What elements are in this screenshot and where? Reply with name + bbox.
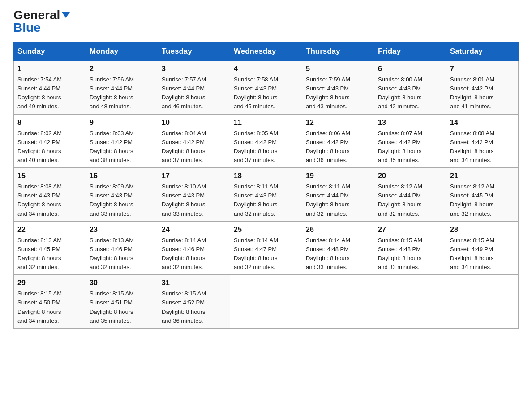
day-info: Sunrise: 8:11 AMSunset: 4:44 PMDaylight:… bbox=[306, 182, 370, 218]
day-info: Sunrise: 8:04 AMSunset: 4:42 PMDaylight:… bbox=[162, 129, 226, 165]
day-info: Sunrise: 8:13 AMSunset: 4:46 PMDaylight:… bbox=[90, 236, 154, 272]
calendar-cell: 26Sunrise: 8:14 AMSunset: 4:48 PMDayligh… bbox=[302, 221, 374, 275]
day-info: Sunrise: 8:11 AMSunset: 4:43 PMDaylight:… bbox=[234, 182, 298, 218]
calendar-cell: 6Sunrise: 8:00 AMSunset: 4:43 PMDaylight… bbox=[374, 61, 446, 115]
day-number: 22 bbox=[17, 224, 82, 235]
calendar-cell: 30Sunrise: 8:15 AMSunset: 4:51 PMDayligh… bbox=[86, 275, 158, 329]
day-info: Sunrise: 8:15 AMSunset: 4:48 PMDaylight:… bbox=[378, 236, 442, 272]
day-info: Sunrise: 7:58 AMSunset: 4:43 PMDaylight:… bbox=[234, 75, 298, 111]
day-number: 17 bbox=[162, 171, 226, 181]
day-number: 6 bbox=[378, 64, 442, 74]
calendar-cell: 4Sunrise: 7:58 AMSunset: 4:43 PMDaylight… bbox=[230, 61, 302, 115]
calendar-cell bbox=[230, 275, 302, 329]
day-number: 2 bbox=[90, 64, 154, 74]
day-info: Sunrise: 8:08 AMSunset: 4:42 PMDaylight:… bbox=[450, 129, 515, 165]
calendar-cell: 9Sunrise: 8:03 AMSunset: 4:42 PMDaylight… bbox=[86, 114, 158, 168]
day-number: 28 bbox=[450, 224, 515, 235]
calendar-cell bbox=[374, 275, 446, 329]
calendar-cell: 13Sunrise: 8:07 AMSunset: 4:42 PMDayligh… bbox=[374, 114, 446, 168]
calendar-cell: 22Sunrise: 8:13 AMSunset: 4:45 PMDayligh… bbox=[14, 221, 86, 275]
day-info: Sunrise: 7:59 AMSunset: 4:43 PMDaylight:… bbox=[306, 75, 370, 111]
calendar-cell: 3Sunrise: 7:57 AMSunset: 4:44 PMDaylight… bbox=[158, 61, 230, 115]
day-info: Sunrise: 8:01 AMSunset: 4:42 PMDaylight:… bbox=[450, 75, 515, 111]
day-info: Sunrise: 8:06 AMSunset: 4:42 PMDaylight:… bbox=[306, 129, 370, 165]
col-header-monday: Monday bbox=[86, 43, 158, 61]
day-number: 9 bbox=[90, 117, 154, 128]
day-info: Sunrise: 8:15 AMSunset: 4:50 PMDaylight:… bbox=[17, 289, 82, 325]
calendar-cell: 20Sunrise: 8:12 AMSunset: 4:44 PMDayligh… bbox=[374, 168, 446, 222]
calendar-cell: 7Sunrise: 8:01 AMSunset: 4:42 PMDaylight… bbox=[446, 61, 519, 115]
logo-arrow-icon bbox=[62, 12, 70, 18]
day-info: Sunrise: 8:15 AMSunset: 4:52 PMDaylight:… bbox=[162, 289, 226, 325]
calendar-cell: 24Sunrise: 8:14 AMSunset: 4:46 PMDayligh… bbox=[158, 221, 230, 275]
day-info: Sunrise: 8:03 AMSunset: 4:42 PMDaylight:… bbox=[90, 129, 154, 165]
day-info: Sunrise: 8:14 AMSunset: 4:46 PMDaylight:… bbox=[162, 236, 226, 272]
calendar-cell: 29Sunrise: 8:15 AMSunset: 4:50 PMDayligh… bbox=[14, 275, 86, 329]
day-number: 29 bbox=[17, 278, 82, 288]
day-number: 19 bbox=[306, 171, 370, 181]
calendar-cell: 21Sunrise: 8:12 AMSunset: 4:45 PMDayligh… bbox=[446, 168, 519, 222]
day-info: Sunrise: 8:08 AMSunset: 4:43 PMDaylight:… bbox=[17, 182, 82, 218]
calendar-table: SundayMondayTuesdayWednesdayThursdayFrid… bbox=[13, 42, 519, 329]
day-info: Sunrise: 8:07 AMSunset: 4:42 PMDaylight:… bbox=[378, 129, 442, 165]
day-info: Sunrise: 8:12 AMSunset: 4:44 PMDaylight:… bbox=[378, 182, 442, 218]
logo-text: General bbox=[13, 9, 70, 21]
calendar-cell: 17Sunrise: 8:10 AMSunset: 4:43 PMDayligh… bbox=[158, 168, 230, 222]
calendar-cell: 2Sunrise: 7:56 AMSunset: 4:44 PMDaylight… bbox=[86, 61, 158, 115]
day-number: 14 bbox=[450, 117, 515, 128]
day-info: Sunrise: 8:09 AMSunset: 4:43 PMDaylight:… bbox=[90, 182, 154, 218]
calendar-cell bbox=[446, 275, 519, 329]
day-number: 8 bbox=[17, 117, 82, 128]
day-number: 27 bbox=[378, 224, 442, 235]
calendar-cell: 25Sunrise: 8:14 AMSunset: 4:47 PMDayligh… bbox=[230, 221, 302, 275]
day-number: 5 bbox=[306, 64, 370, 74]
day-info: Sunrise: 8:14 AMSunset: 4:47 PMDaylight:… bbox=[234, 236, 298, 272]
day-number: 25 bbox=[234, 224, 298, 235]
day-number: 31 bbox=[162, 278, 226, 288]
week-row-2: 8Sunrise: 8:02 AMSunset: 4:42 PMDaylight… bbox=[14, 114, 519, 168]
calendar-cell: 27Sunrise: 8:15 AMSunset: 4:48 PMDayligh… bbox=[374, 221, 446, 275]
day-number: 30 bbox=[90, 278, 154, 288]
day-info: Sunrise: 7:54 AMSunset: 4:44 PMDaylight:… bbox=[17, 75, 82, 111]
day-number: 12 bbox=[306, 117, 370, 128]
day-number: 7 bbox=[450, 64, 515, 74]
day-number: 1 bbox=[17, 64, 82, 74]
day-info: Sunrise: 8:02 AMSunset: 4:42 PMDaylight:… bbox=[17, 129, 82, 165]
day-info: Sunrise: 8:15 AMSunset: 4:51 PMDaylight:… bbox=[90, 289, 154, 325]
day-info: Sunrise: 8:14 AMSunset: 4:48 PMDaylight:… bbox=[306, 236, 370, 272]
page-header: General Blue bbox=[13, 9, 519, 34]
day-number: 18 bbox=[234, 171, 298, 181]
day-number: 21 bbox=[450, 171, 515, 181]
day-number: 15 bbox=[17, 171, 82, 181]
calendar-cell: 10Sunrise: 8:04 AMSunset: 4:42 PMDayligh… bbox=[158, 114, 230, 168]
day-info: Sunrise: 7:57 AMSunset: 4:44 PMDaylight:… bbox=[162, 75, 226, 111]
calendar-cell: 1Sunrise: 7:54 AMSunset: 4:44 PMDaylight… bbox=[14, 61, 86, 115]
col-header-saturday: Saturday bbox=[446, 43, 519, 61]
col-header-sunday: Sunday bbox=[14, 43, 86, 61]
calendar-cell: 23Sunrise: 8:13 AMSunset: 4:46 PMDayligh… bbox=[86, 221, 158, 275]
day-number: 23 bbox=[90, 224, 154, 235]
calendar-cell: 5Sunrise: 7:59 AMSunset: 4:43 PMDaylight… bbox=[302, 61, 374, 115]
day-number: 24 bbox=[162, 224, 226, 235]
day-number: 16 bbox=[90, 171, 154, 181]
col-header-tuesday: Tuesday bbox=[158, 43, 230, 61]
calendar-cell: 19Sunrise: 8:11 AMSunset: 4:44 PMDayligh… bbox=[302, 168, 374, 222]
day-number: 10 bbox=[162, 117, 226, 128]
day-number: 11 bbox=[234, 117, 298, 128]
week-row-4: 22Sunrise: 8:13 AMSunset: 4:45 PMDayligh… bbox=[14, 221, 519, 275]
day-info: Sunrise: 8:12 AMSunset: 4:45 PMDaylight:… bbox=[450, 182, 515, 218]
day-info: Sunrise: 8:00 AMSunset: 4:43 PMDaylight:… bbox=[378, 75, 442, 111]
day-info: Sunrise: 8:05 AMSunset: 4:42 PMDaylight:… bbox=[234, 129, 298, 165]
col-header-friday: Friday bbox=[374, 43, 446, 61]
day-info: Sunrise: 7:56 AMSunset: 4:44 PMDaylight:… bbox=[90, 75, 154, 111]
calendar-cell: 14Sunrise: 8:08 AMSunset: 4:42 PMDayligh… bbox=[446, 114, 519, 168]
day-info: Sunrise: 8:13 AMSunset: 4:45 PMDaylight:… bbox=[17, 236, 82, 272]
week-row-5: 29Sunrise: 8:15 AMSunset: 4:50 PMDayligh… bbox=[14, 275, 519, 329]
calendar-cell: 31Sunrise: 8:15 AMSunset: 4:52 PMDayligh… bbox=[158, 275, 230, 329]
logo-blue-text: Blue bbox=[13, 21, 41, 34]
day-info: Sunrise: 8:10 AMSunset: 4:43 PMDaylight:… bbox=[162, 182, 226, 218]
week-row-1: 1Sunrise: 7:54 AMSunset: 4:44 PMDaylight… bbox=[14, 61, 519, 115]
day-number: 4 bbox=[234, 64, 298, 74]
calendar-cell: 12Sunrise: 8:06 AMSunset: 4:42 PMDayligh… bbox=[302, 114, 374, 168]
col-header-thursday: Thursday bbox=[302, 43, 374, 61]
